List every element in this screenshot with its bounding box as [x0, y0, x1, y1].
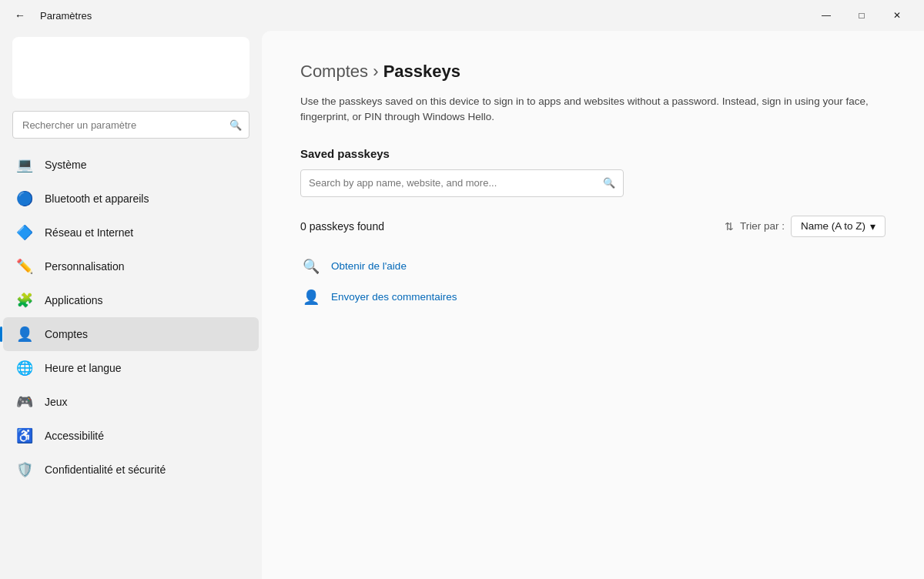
- passkeys-search-box[interactable]: 🔍: [300, 169, 624, 197]
- nav-label-confidentialite: Confidentialité et sécurité: [45, 464, 166, 476]
- nav-icon-personnalisation: ✏️: [15, 257, 34, 276]
- app-body: 🔍 💻 Système 🔵 Bluetooth et appareils 🔷 R…: [0, 31, 924, 579]
- nav-label-reseau: Réseau et Internet: [45, 226, 133, 239]
- sidebar-item-accessibilite[interactable]: ♿ Accessibilité: [3, 419, 259, 453]
- maximize-button[interactable]: □: [844, 3, 879, 28]
- sidebar-item-confidentialite[interactable]: 🛡️ Confidentialité et sécurité: [3, 453, 259, 487]
- sort-value: Name (A to Z): [801, 220, 865, 232]
- sidebar-item-reseau[interactable]: 🔷 Réseau et Internet: [3, 216, 259, 249]
- search-input[interactable]: [12, 111, 249, 139]
- sort-section: ⇅ Trier par : Name (A to Z) ▾: [725, 216, 886, 237]
- nav-label-jeux: Jeux: [45, 396, 68, 408]
- sidebar: 🔍 💻 Système 🔵 Bluetooth et appareils 🔷 R…: [0, 31, 262, 579]
- nav-list: 💻 Système 🔵 Bluetooth et appareils 🔷 Rés…: [0, 148, 262, 487]
- close-button[interactable]: ✕: [879, 3, 915, 28]
- results-row: 0 passkeys found ⇅ Trier par : Name (A t…: [300, 216, 886, 237]
- breadcrumb: Comptes › Passkeys: [300, 62, 886, 82]
- sidebar-item-personnalisation[interactable]: ✏️ Personnalisation: [3, 249, 259, 283]
- nav-icon-comptes: 👤: [15, 325, 34, 343]
- sort-icon: ⇅: [725, 220, 734, 233]
- nav-label-personnalisation: Personnalisation: [45, 260, 125, 273]
- page-description: Use the passkeys saved on this device to…: [300, 94, 886, 126]
- breadcrumb-separator: ›: [373, 62, 383, 81]
- profile-card: [12, 37, 249, 99]
- saved-passkeys-label: Saved passkeys: [300, 147, 886, 160]
- minimize-icon: —: [822, 10, 831, 21]
- main-content: Comptes › Passkeys Use the passkeys save…: [262, 31, 924, 579]
- sidebar-item-jeux[interactable]: 🎮 Jeux: [3, 385, 259, 419]
- sidebar-item-applications[interactable]: 🧩 Applications: [3, 283, 259, 317]
- help-links: 🔍 Obtenir de l'aide 👤 Envoyer des commen…: [300, 256, 886, 308]
- nav-label-systeme: Système: [45, 159, 86, 171]
- sidebar-item-comptes[interactable]: 👤 Comptes: [3, 317, 259, 351]
- nav-label-heure: Heure et langue: [45, 362, 122, 374]
- sort-label: Trier par :: [740, 220, 785, 232]
- maximize-icon: □: [859, 10, 864, 21]
- nav-icon-bluetooth: 🔵: [15, 189, 34, 208]
- window-title: Paramètres: [40, 10, 92, 22]
- breadcrumb-current: Passkeys: [383, 62, 460, 81]
- passkeys-search-input[interactable]: [309, 177, 603, 189]
- sort-dropdown[interactable]: Name (A to Z) ▾: [791, 216, 886, 237]
- sidebar-item-bluetooth[interactable]: 🔵 Bluetooth et appareils: [3, 182, 259, 216]
- nav-icon-accessibilite: ♿: [15, 427, 34, 445]
- nav-label-applications: Applications: [45, 294, 103, 306]
- sidebar-item-systeme[interactable]: 💻 Système: [3, 148, 259, 182]
- nav-icon-confidentialite: 🛡️: [15, 460, 34, 479]
- nav-label-comptes: Comptes: [45, 328, 88, 340]
- help-link-aide[interactable]: 🔍 Obtenir de l'aide: [300, 256, 886, 277]
- nav-label-bluetooth: Bluetooth et appareils: [45, 192, 149, 205]
- nav-icon-systeme: 💻: [15, 156, 34, 174]
- search-icon: 🔍: [229, 119, 242, 131]
- nav-icon-heure: 🌐: [15, 359, 34, 377]
- search-container: 🔍: [12, 111, 249, 139]
- passkeys-search-icon: 🔍: [603, 177, 615, 189]
- help-link-text-feedback[interactable]: Envoyer des commentaires: [331, 291, 457, 303]
- minimize-button[interactable]: —: [808, 3, 844, 28]
- chevron-down-icon: ▾: [870, 220, 875, 233]
- nav-icon-reseau: 🔷: [15, 223, 34, 242]
- passkeys-count: 0 passkeys found: [300, 220, 384, 233]
- back-button[interactable]: ←: [9, 5, 31, 26]
- help-link-text-aide[interactable]: Obtenir de l'aide: [331, 260, 407, 272]
- nav-label-accessibilite: Accessibilité: [45, 430, 104, 442]
- window-controls: — □ ✕: [808, 3, 915, 28]
- help-link-feedback[interactable]: 👤 Envoyer des commentaires: [300, 286, 886, 308]
- close-icon: ✕: [893, 10, 901, 21]
- help-icon-feedback: 👤: [300, 286, 322, 308]
- breadcrumb-parent: Comptes: [300, 62, 368, 81]
- sidebar-item-heure[interactable]: 🌐 Heure et langue: [3, 351, 259, 385]
- titlebar: ← Paramètres — □ ✕: [0, 0, 924, 31]
- nav-icon-jeux: 🎮: [15, 393, 34, 411]
- nav-icon-applications: 🧩: [15, 291, 34, 310]
- help-icon-aide: 🔍: [300, 256, 322, 277]
- back-icon: ←: [15, 9, 25, 22]
